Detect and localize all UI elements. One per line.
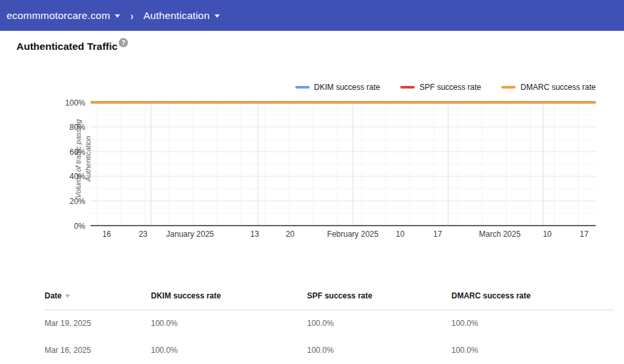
- legend-label: DMARC success rate: [520, 83, 596, 92]
- legend-item-dkim: DKIM success rate: [295, 83, 381, 92]
- postmaster-dashboard: ecommmotorcare.com › Authentication Auth…: [0, 0, 624, 364]
- y-tick-label: 40%: [47, 172, 85, 181]
- table-row: Mar 16, 2025 100.0% 100.0% 100.0%: [0, 346, 624, 356]
- y-axis-tick-labels: 100%80%60%40%20%0%: [47, 102, 85, 226]
- plot-area[interactable]: [91, 102, 596, 228]
- spf-line-swatch: [400, 86, 415, 89]
- cell-spf: 100.0%: [307, 319, 334, 328]
- table-header-date[interactable]: Date: [45, 291, 70, 300]
- authenticated-traffic-chart: Volume of traffic passing Authentication…: [91, 102, 596, 226]
- section-selector-dropdown[interactable]: Authentication: [143, 10, 219, 22]
- x-tick-label: 16: [102, 230, 111, 239]
- breadcrumb-chevron-icon: ›: [131, 9, 134, 21]
- table-row: Mar 19, 2025 100.0% 100.0% 100.0%: [0, 319, 624, 329]
- y-tick-label: 0%: [47, 222, 85, 231]
- x-tick-label: 17: [580, 230, 589, 239]
- chevron-down-icon: [215, 14, 220, 18]
- chevron-down-icon: [115, 14, 120, 18]
- table-header-dmarc: DMARC success rate: [451, 291, 531, 300]
- table-header-divider: [43, 310, 614, 310]
- x-tick-label: 17: [433, 230, 442, 239]
- cell-dmarc: 100.0%: [451, 346, 478, 355]
- cell-dkim: 100.0%: [151, 346, 178, 355]
- page-title: Authenticated Traffic: [16, 41, 117, 52]
- legend-label: SPF success rate: [419, 83, 481, 92]
- table-header-dkim: DKIM success rate: [151, 291, 221, 300]
- x-axis-tick-labels: 1623January 20251320February 20251017Mar…: [91, 230, 596, 240]
- y-tick-label: 20%: [47, 197, 85, 206]
- cell-dkim: 100.0%: [151, 319, 178, 328]
- y-tick-label: 80%: [47, 123, 85, 132]
- dkim-line-swatch: [295, 86, 310, 89]
- cell-dmarc: 100.0%: [451, 319, 478, 328]
- sort-desc-icon: [65, 294, 70, 298]
- legend-item-spf: SPF success rate: [400, 83, 481, 92]
- legend-label: DKIM success rate: [314, 83, 381, 92]
- x-tick-label: March 2025: [479, 230, 520, 239]
- domain-selector-label: ecommmotorcare.com: [7, 10, 110, 22]
- x-tick-label: January 2025: [166, 230, 214, 239]
- help-icon[interactable]: ?: [119, 38, 128, 47]
- cell-date: Mar 16, 2025: [45, 346, 91, 355]
- table-header-spf: SPF success rate: [307, 291, 372, 300]
- y-tick-label: 100%: [47, 98, 85, 108]
- legend-item-dmarc: DMARC success rate: [501, 83, 596, 92]
- y-tick-label: 60%: [47, 148, 85, 157]
- x-tick-label: 20: [285, 230, 294, 239]
- section-selector-label: Authentication: [143, 10, 209, 22]
- x-tick-label: 10: [543, 230, 551, 239]
- chart-legend: DKIM success rate SPF success rate DMARC…: [275, 83, 596, 92]
- x-tick-label: 13: [251, 230, 259, 239]
- cell-date: Mar 19, 2025: [45, 319, 91, 328]
- x-tick-label: 10: [396, 230, 404, 239]
- cell-spf: 100.0%: [307, 346, 334, 355]
- x-tick-label: February 2025: [327, 230, 379, 239]
- domain-selector-dropdown[interactable]: ecommmotorcare.com: [7, 10, 120, 22]
- dmarc-line-swatch: [501, 86, 516, 89]
- table-header-row: Date DKIM success rate SPF success rate …: [0, 291, 624, 302]
- top-navbar: ecommmotorcare.com › Authentication: [0, 0, 624, 31]
- page-title-row: Authenticated Traffic ?: [16, 41, 128, 52]
- x-tick-label: 23: [138, 230, 147, 239]
